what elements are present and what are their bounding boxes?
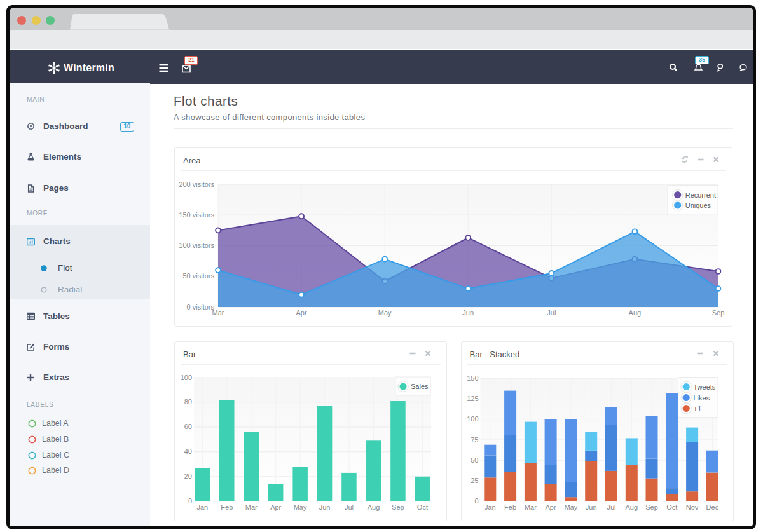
svg-text:125: 125: [467, 395, 478, 402]
svg-text:Jun: Jun: [585, 503, 596, 511]
svg-text:Jul: Jul: [345, 503, 354, 511]
svg-text:Sales: Sales: [411, 383, 429, 390]
svg-text:Sep: Sep: [392, 503, 404, 511]
svg-text:0: 0: [474, 497, 478, 505]
svg-text:200 visitors: 200 visitors: [179, 181, 214, 188]
svg-text:Recurrent: Recurrent: [685, 191, 716, 199]
svg-text:+1: +1: [693, 405, 701, 413]
svg-text:Sep: Sep: [712, 309, 725, 317]
svg-text:Aug: Aug: [625, 503, 638, 511]
svg-text:Oct: Oct: [666, 503, 677, 511]
svg-text:Apr: Apr: [545, 503, 556, 511]
svg-text:Mar: Mar: [524, 503, 536, 511]
svg-text:Oct: Oct: [417, 503, 428, 511]
svg-text:Likes: Likes: [693, 394, 710, 402]
svg-text:Aug: Aug: [629, 309, 642, 317]
svg-text:100: 100: [181, 374, 192, 381]
svg-text:Dec: Dec: [706, 503, 718, 511]
svg-text:Uniques: Uniques: [685, 201, 711, 209]
svg-text:50: 50: [471, 456, 478, 464]
svg-text:Aug: Aug: [368, 503, 380, 511]
svg-text:100 visitors: 100 visitors: [179, 242, 214, 249]
svg-text:150 visitors: 150 visitors: [179, 211, 214, 219]
svg-text:150: 150: [467, 374, 478, 382]
svg-text:80: 80: [184, 398, 192, 406]
svg-text:Jul: Jul: [607, 503, 615, 511]
svg-text:100: 100: [467, 415, 478, 423]
svg-text:Jun: Jun: [319, 503, 331, 511]
svg-text:Mar: Mar: [212, 309, 224, 317]
svg-text:75: 75: [471, 436, 478, 444]
svg-text:May: May: [378, 309, 392, 317]
svg-text:Jun: Jun: [462, 309, 474, 317]
svg-text:20: 20: [184, 472, 192, 480]
svg-text:Sep: Sep: [645, 503, 658, 511]
svg-text:May: May: [564, 503, 577, 511]
svg-text:50 visitors: 50 visitors: [182, 272, 214, 280]
svg-text:Jul: Jul: [547, 309, 556, 317]
svg-text:Apr: Apr: [270, 503, 281, 511]
svg-text:60: 60: [184, 423, 192, 430]
svg-text:25: 25: [471, 477, 478, 484]
svg-text:Apr: Apr: [296, 309, 307, 317]
svg-text:Feb: Feb: [221, 503, 233, 511]
svg-text:0: 0: [188, 497, 192, 505]
svg-text:Mar: Mar: [245, 503, 258, 511]
svg-text:May: May: [294, 503, 307, 511]
svg-text:Tweets: Tweets: [693, 383, 715, 391]
svg-text:40: 40: [184, 447, 192, 455]
svg-text:Feb: Feb: [504, 503, 516, 511]
svg-text:Jan: Jan: [196, 503, 208, 511]
svg-text:Jan: Jan: [484, 503, 495, 511]
svg-text:Nov: Nov: [685, 503, 698, 511]
svg-text:0 visitors: 0 visitors: [187, 303, 215, 311]
